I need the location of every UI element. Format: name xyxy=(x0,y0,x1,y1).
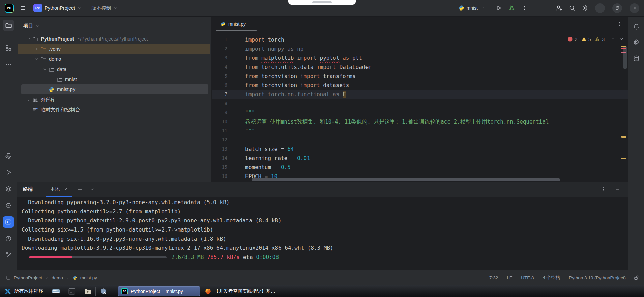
project-panel-header[interactable]: 项目 xyxy=(17,17,211,34)
code-line[interactable]: 1import torch xyxy=(212,35,628,44)
terminal-actions xyxy=(601,187,620,192)
chevron-right-icon[interactable] xyxy=(33,47,40,51)
code-line[interactable]: 4from torch.utils.data import DataLoader xyxy=(212,62,628,72)
main-menu-icon[interactable] xyxy=(20,5,26,11)
tool-button-ai-assistant[interactable] xyxy=(631,37,641,48)
tool-button-version-control[interactable] xyxy=(3,249,14,261)
tool-button-structure[interactable] xyxy=(3,42,14,54)
window-minimize-button[interactable] xyxy=(595,3,605,13)
terminal-output[interactable]: Downloading pyparsing-3.2.0-py3-none-any… xyxy=(17,197,628,262)
code-line[interactable]: 13batch_size = 64 xyxy=(212,144,628,154)
code-line[interactable]: 3from matplotlib import pyplot as plt xyxy=(212,53,628,62)
code-area[interactable]: 1import torch2import numpy as np3from ma… xyxy=(212,31,628,182)
tool-button-more-tools[interactable] xyxy=(3,59,14,70)
tree-item[interactable]: demo xyxy=(17,54,211,64)
tree-item[interactable]: PythonProject~/PycharmProjects/PythonPro… xyxy=(17,34,211,44)
terminal-launcher[interactable] xyxy=(64,286,80,296)
hide-terminal-button[interactable] xyxy=(615,187,620,192)
terminal-tab-dropdown[interactable] xyxy=(90,187,95,192)
tool-button-problems[interactable] xyxy=(3,233,14,244)
code-line[interactable]: 6from torchvision import datasets xyxy=(212,81,628,90)
code-line[interactable]: 14learning_rate = 0.01 xyxy=(212,154,628,163)
tree-item[interactable]: mnist xyxy=(17,74,211,84)
keyboard-launcher[interactable] xyxy=(48,286,64,296)
lock-open-icon[interactable] xyxy=(634,275,639,280)
breadcrumb-folder[interactable]: demo xyxy=(52,275,63,280)
chevron-down-icon[interactable] xyxy=(25,37,32,41)
breadcrumb: PythonProject demo mnist.py xyxy=(0,275,97,280)
warning-stripe-mark[interactable] xyxy=(621,136,626,138)
warning-stripe-mark[interactable] xyxy=(621,158,626,159)
code-line[interactable]: 7import torch.nn.functional as F xyxy=(212,90,628,99)
previous-problem-button[interactable] xyxy=(611,37,615,42)
line-number: 15 xyxy=(212,163,243,172)
editor-tab-mnist[interactable]: mnist.py xyxy=(216,17,257,31)
tree-item[interactable]: 外部库 xyxy=(17,94,211,105)
editor-horizontal-scrollbar[interactable] xyxy=(252,178,560,181)
vcs-selector[interactable]: 版本控制 xyxy=(91,5,117,11)
status-item[interactable]: 4 个空格 xyxy=(538,275,564,281)
tree-item[interactable]: 临时文件和控制台 xyxy=(17,105,211,115)
tree-item[interactable]: .venv xyxy=(18,44,210,54)
tool-button-python-console[interactable] xyxy=(3,150,14,162)
tab-close-icon[interactable] xyxy=(248,22,253,26)
tree-item[interactable]: mnist.py xyxy=(21,84,208,94)
chevron-right-icon[interactable] xyxy=(25,98,32,102)
settings-button[interactable] xyxy=(582,5,589,11)
code-text: momentum = 0.5 xyxy=(243,163,291,172)
tool-button-notifications[interactable] xyxy=(631,22,641,32)
applications-menu-button[interactable]: 所有应用程序 xyxy=(0,288,48,295)
browser-launcher[interactable] xyxy=(96,286,111,296)
next-problem-button[interactable] xyxy=(619,37,624,42)
status-item[interactable]: UTF-8 xyxy=(517,275,538,280)
code-line[interactable]: 9""" xyxy=(212,108,628,117)
run-tool-icon xyxy=(5,169,12,176)
code-line[interactable]: 5from torchvision import transforms xyxy=(212,72,628,81)
window-close-button[interactable] xyxy=(630,3,639,13)
status-item[interactable]: Python 3.10 (PythonProject) xyxy=(564,275,630,280)
code-line[interactable]: 15momentum = 0.5 xyxy=(212,163,628,172)
terminal-tab-local[interactable]: 本地 xyxy=(48,182,70,197)
tool-button-project[interactable] xyxy=(3,20,14,31)
code-line[interactable]: 12 xyxy=(212,135,628,144)
terminal-options-button[interactable] xyxy=(601,187,606,192)
tool-button-run[interactable] xyxy=(3,167,14,178)
tab-options-button[interactable] xyxy=(617,21,622,27)
search-everywhere-button[interactable] xyxy=(569,5,576,11)
inspections-widget[interactable]: 2 5 3 xyxy=(567,36,624,42)
breadcrumb-file[interactable]: mnist.py xyxy=(80,275,97,280)
code-text: """ xyxy=(243,126,255,135)
tool-button-python-packages[interactable] xyxy=(3,183,14,195)
terminal-tool-icon xyxy=(5,219,12,225)
window-restore-button[interactable] xyxy=(612,3,622,13)
tool-button-terminal[interactable] xyxy=(3,216,14,228)
status-item[interactable]: 7:32 xyxy=(485,275,502,280)
status-item[interactable]: LF xyxy=(502,275,517,280)
add-account-button[interactable] xyxy=(556,5,562,11)
code-line[interactable]: 11""" xyxy=(212,126,628,135)
new-terminal-button[interactable] xyxy=(77,187,83,192)
file-manager-launcher[interactable] xyxy=(80,286,95,296)
terminal-tab-close-icon[interactable] xyxy=(64,187,68,191)
breadcrumb-project[interactable]: PythonProject xyxy=(14,275,42,280)
chevron-down-icon[interactable] xyxy=(33,57,40,61)
taskbar-window-button[interactable]: PCPythonProject – mnist.py xyxy=(118,286,200,296)
tool-button-services[interactable] xyxy=(3,200,14,211)
tool-button-database[interactable] xyxy=(631,53,641,63)
remote-toolbar-handle[interactable] xyxy=(288,0,356,5)
git-branch-icon xyxy=(5,252,12,259)
error-stripe-mark[interactable] xyxy=(621,52,626,53)
run-configuration-selector[interactable]: mnist xyxy=(458,5,484,11)
taskbar-window-button[interactable]: 【开发者空间实践指导】基… xyxy=(202,286,284,296)
run-button[interactable] xyxy=(495,5,502,11)
more-actions-button[interactable] xyxy=(522,5,527,11)
code-line[interactable]: 10卷积运算 使用mnist数据集, 和10-4, 11类似的, 只是这里: 1… xyxy=(212,117,628,126)
debug-button[interactable] xyxy=(508,5,515,11)
code-line[interactable]: 8 xyxy=(212,99,628,108)
project-selector[interactable]: PP PythonProject xyxy=(33,4,81,12)
error-stripe-mark[interactable] xyxy=(621,48,626,49)
chevron-down-icon[interactable] xyxy=(41,67,49,71)
code-line[interactable]: 2import numpy as np xyxy=(212,44,628,53)
warning-stripe-mark[interactable] xyxy=(621,46,626,47)
tree-item[interactable]: data xyxy=(17,64,211,74)
